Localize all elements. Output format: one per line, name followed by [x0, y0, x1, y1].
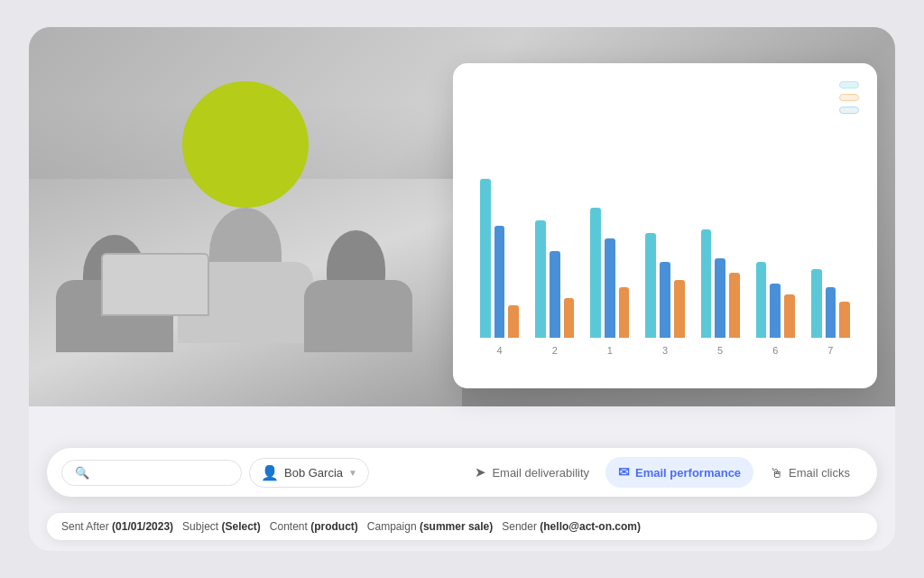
bar-teal — [811, 269, 822, 338]
dropdown-arrow-icon: ▼ — [348, 468, 357, 478]
bar-orange — [508, 305, 519, 338]
nav-tab-clicks[interactable]: 🖱 Email clicks — [757, 458, 863, 488]
bar-orange — [784, 294, 795, 338]
bar-orange — [564, 298, 575, 338]
bar-blue — [770, 284, 781, 338]
bar-blue — [715, 258, 725, 338]
filter-chip-3[interactable]: Campaign (summer sale) — [367, 520, 493, 533]
filter-chip-1[interactable]: Subject (Select) — [182, 520, 261, 533]
legend-open-rate[interactable] — [839, 81, 859, 89]
nav-tab-deliverability[interactable]: ➤ Email deliverability — [462, 457, 602, 488]
bar-group-label: 2 — [552, 345, 558, 356]
search-icon: 🔍 — [75, 466, 89, 480]
nav-tab-label-performance: Email performance — [635, 466, 741, 480]
bar-teal — [535, 220, 546, 338]
bar-blue — [660, 262, 670, 338]
bar-teal — [590, 208, 601, 338]
nav-tab-icon-performance: ✉ — [618, 464, 630, 480]
chart-area: 4 2 1 3 5 6 7 — [471, 125, 859, 359]
bar-blue — [494, 226, 505, 338]
bar-group: 6 — [756, 125, 795, 338]
chart-header — [471, 81, 859, 114]
nav-tab-label-clicks: Email clicks — [789, 466, 850, 480]
filter-chip-0[interactable]: Sent After (01/01/2023) — [61, 520, 173, 533]
decorative-circle — [182, 81, 309, 208]
bar-group: 4 — [480, 125, 519, 338]
user-name: Bob Garcia — [284, 466, 343, 480]
nav-tab-icon-clicks: 🖱 — [770, 465, 783, 480]
bar-group-label: 1 — [607, 345, 613, 356]
bar-group-label: 5 — [717, 345, 723, 356]
nav-tab-label-deliverability: Email deliverability — [492, 466, 589, 480]
filter-chip-2[interactable]: Content (product) — [270, 520, 358, 533]
bar-group-label: 3 — [662, 345, 668, 356]
chart-card: 4 2 1 3 5 6 7 — [453, 63, 877, 388]
bar-blue — [605, 238, 615, 338]
bar-blue — [550, 251, 560, 338]
bar-teal — [701, 229, 712, 338]
chart-legend — [839, 81, 859, 114]
legend-click-rate[interactable] — [839, 94, 859, 101]
bar-orange — [729, 273, 740, 338]
bottom-toolbar: 🔍 👤 Bob Garcia ▼ ➤ Email deliverability … — [47, 448, 877, 497]
bar-group: 1 — [590, 125, 629, 338]
bar-orange — [619, 287, 630, 338]
bar-group: 2 — [535, 125, 574, 338]
bar-group: 5 — [701, 125, 740, 338]
bar-groups: 4 2 1 3 5 6 7 — [471, 125, 859, 338]
nav-tab-performance[interactable]: ✉ Email performance — [605, 457, 753, 488]
nav-tab-icon-deliverability: ➤ — [475, 464, 486, 480]
bar-group: 7 — [811, 125, 850, 338]
search-section[interactable]: 🔍 — [61, 460, 242, 486]
user-icon: 👤 — [261, 464, 279, 481]
bar-orange — [674, 280, 685, 338]
bar-group-label: 4 — [497, 345, 503, 356]
legend-click-to-open[interactable] — [839, 107, 859, 114]
bar-blue — [826, 287, 836, 338]
filter-bar: Sent After (01/01/2023)Subject (Select)C… — [47, 513, 877, 540]
nav-tabs: ➤ Email deliverability ✉ Email performan… — [462, 457, 863, 488]
main-container: 4 2 1 3 5 6 7 🔍 — [29, 27, 895, 551]
bar-group: 3 — [645, 125, 684, 338]
bar-orange — [839, 302, 850, 338]
bar-teal — [756, 262, 767, 338]
bar-group-label: 6 — [772, 345, 778, 356]
filter-chip-4[interactable]: Sender (hello@act-on.com) — [502, 520, 641, 533]
bar-teal — [480, 179, 491, 338]
user-section[interactable]: 👤 Bob Garcia ▼ — [249, 458, 369, 488]
bar-teal — [645, 233, 656, 338]
bar-group-label: 7 — [827, 345, 833, 356]
